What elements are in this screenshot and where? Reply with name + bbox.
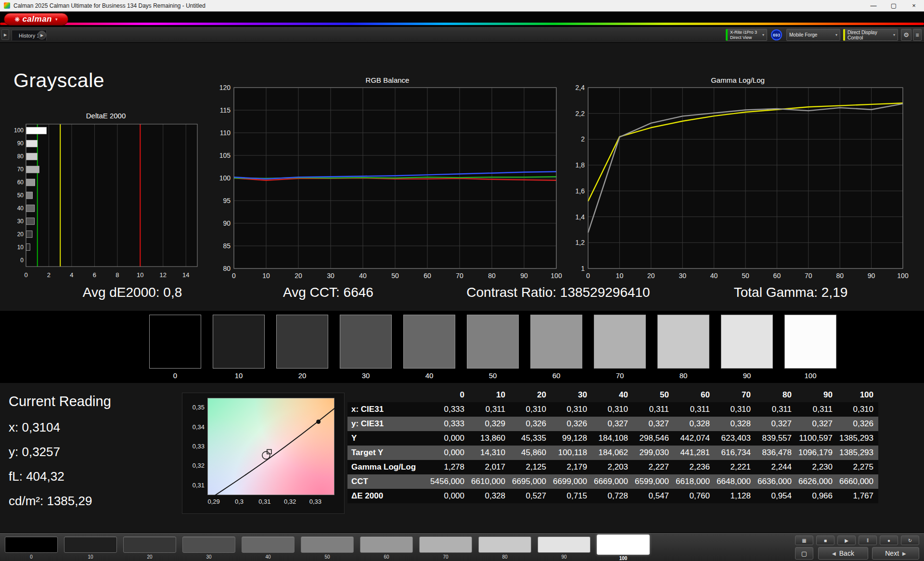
level-button-90[interactable]: 90 [538,534,590,561]
table-cell: 836,478 [756,446,796,460]
source-select-button[interactable]: Mobile Forge ▾ [786,29,840,41]
level-button-20[interactable]: 20 [123,534,176,561]
svg-text:90: 90 [223,219,231,227]
svg-text:40: 40 [359,272,367,280]
level-button-70[interactable]: 70 [419,534,472,561]
close-button[interactable]: × [904,0,924,12]
table-cell: 1,278 [428,460,469,474]
chevron-down-icon: ▾ [835,33,837,37]
svg-text:10: 10 [616,272,624,280]
table-cell: 623,403 [715,431,756,446]
calman-menu-button[interactable]: ❋ calman ▾ [4,13,68,26]
table-row: x: CIE310,3330,3110,3100,3100,3100,3110,… [347,402,878,417]
settings-gear-button[interactable]: ⚙ [901,29,911,41]
level-swatch[interactable] [182,536,235,553]
level-button-0[interactable]: 0 [5,534,58,561]
level-button-100[interactable]: 100 [597,534,650,561]
level-label: 100 [597,556,650,561]
table-cell: 2,275 [837,460,878,474]
table-cell: 6626,000 [796,474,837,489]
svg-text:70: 70 [805,272,812,280]
table-cell: 0,954 [756,489,796,503]
table-cell: 0,310 [592,402,633,417]
svg-text:40: 40 [710,272,718,280]
column-header: 80 [756,388,796,402]
refresh-icon[interactable]: ↻ [901,536,919,545]
patch-swatch [149,315,201,369]
minimize-button[interactable]: — [863,0,884,12]
pause-icon[interactable]: ‖ [859,536,877,545]
stop-icon[interactable]: ■ [816,536,834,545]
column-header: 10 [469,388,510,402]
meter-select-button[interactable]: X-Rite i1Pro 3 Direct View ▾ [726,29,767,41]
table-cell: 0,310 [510,402,551,417]
cie-x-tick: 0,32 [281,498,300,505]
patch-label: 30 [340,371,392,380]
level-button-60[interactable]: 60 [360,534,413,561]
history-expand-button[interactable]: ▶ [1,29,9,40]
level-button-40[interactable]: 40 [242,534,295,561]
table-cell: 0,311 [469,402,510,417]
pattern-level-bar: 0102030405060708090100 ▦■▶‖●↻ ▢ ◀ Back N… [0,533,924,561]
svg-text:80: 80 [488,272,496,280]
level-swatch[interactable] [5,536,58,553]
level-swatch[interactable] [419,536,472,553]
level-button-30[interactable]: 30 [182,534,235,561]
deltae-bar-90 [26,140,38,147]
current-reading-title: Current Reading [9,394,111,409]
level-swatch[interactable] [242,536,295,553]
pattern-window-button[interactable]: ▢ [795,547,813,560]
svg-text:50: 50 [742,272,749,280]
table-cell: 14,310 [469,446,510,460]
level-swatch[interactable] [478,536,531,553]
level-swatch[interactable] [538,536,590,553]
panel-menu-button[interactable]: ≡ [913,29,922,41]
cie-x-tick: 0,33 [306,498,325,505]
table-cell: 0,310 [715,402,756,417]
svg-text:60: 60 [424,272,431,280]
back-button[interactable]: ◀ Back [818,547,868,560]
meter-status-badge[interactable]: 693 [771,29,782,40]
grayscale-patch-70: 70 [594,315,646,380]
patch-label: 20 [276,371,328,380]
grayscale-patch-20: 20 [276,315,328,380]
level-swatch[interactable] [360,536,413,553]
table-cell: 0,311 [633,402,674,417]
display-control-button[interactable]: Direct Display Control ▾ [843,29,898,41]
next-button[interactable]: Next ▶ [872,547,919,560]
table-cell: 298,546 [633,431,674,446]
play-icon[interactable]: ▶ [837,536,856,545]
level-button-50[interactable]: 50 [301,534,354,561]
table-cell: 6648,000 [715,474,756,489]
table-cell: 442,074 [674,431,715,446]
next-label: Next [885,549,899,557]
level-button-10[interactable]: 10 [64,534,117,561]
cie-y-tick: 0,35 [183,404,205,411]
table-cell: 184,108 [592,431,633,446]
svg-text:70: 70 [456,272,463,280]
column-header: 40 [592,388,633,402]
table-cell: 441,281 [674,446,715,460]
column-header: 30 [551,388,592,402]
maximize-button[interactable]: ▢ [884,0,904,12]
patch-swatch [721,315,773,369]
level-swatch[interactable] [301,536,354,553]
table-cell: 6636,000 [756,474,796,489]
history-forward-button[interactable]: ▶ [38,31,46,39]
table-cell: 13,860 [469,431,510,446]
table-cell: 5456,000 [428,474,469,489]
column-header: 0 [428,388,469,402]
deltae-bar-80 [26,153,38,160]
column-header: 20 [510,388,551,402]
level-swatch[interactable] [123,536,176,553]
display-icon[interactable]: ▦ [795,536,813,545]
level-swatch[interactable] [597,535,650,555]
svg-text:1,8: 1,8 [576,161,585,169]
table-cell: 99,128 [551,431,592,446]
level-button-80[interactable]: 80 [478,534,531,561]
grayscale-patch-90: 90 [721,315,773,380]
deltae-bar-20 [26,231,33,238]
record-icon[interactable]: ● [880,536,898,545]
level-swatch[interactable] [64,536,117,553]
window-controls: — ▢ × [863,0,924,12]
